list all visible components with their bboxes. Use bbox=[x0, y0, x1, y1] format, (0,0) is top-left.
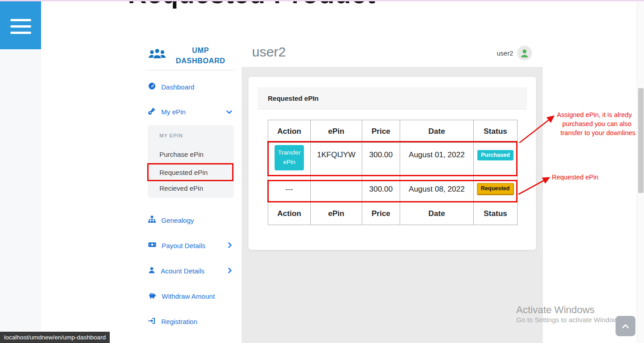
hamburger-icon bbox=[10, 25, 31, 28]
sidebar-item-label: My ePin bbox=[161, 108, 221, 116]
sidebar: UMP DASHBOARD Dashboard My ePin bbox=[147, 0, 234, 343]
money-icon bbox=[148, 241, 156, 249]
action-cell: Transfer ePin bbox=[268, 143, 311, 176]
left-rail bbox=[0, 49, 41, 343]
screen: Requested Product UMP bbox=[0, 0, 644, 343]
chevron-up-icon bbox=[622, 322, 629, 330]
sidebar-item-acount-details[interactable]: Acount Details bbox=[148, 265, 234, 277]
column-header-epin: ePin bbox=[311, 120, 362, 143]
footer-header-epin: ePin bbox=[311, 202, 362, 225]
epin-code-cell: 1KFQIJYW bbox=[311, 143, 362, 176]
activate-windows-watermark: Activate Windows bbox=[516, 304, 595, 316]
top-accent-line bbox=[0, 0, 644, 1]
gauge-icon bbox=[148, 82, 156, 91]
avatar bbox=[517, 46, 532, 61]
card-title: Requested ePIn bbox=[268, 94, 319, 102]
submenu-item-requested-epin[interactable]: Requested ePin bbox=[148, 168, 234, 178]
sidebar-logo-text: UMP DASHBOARD bbox=[171, 45, 230, 66]
sidebar-item-withdraw-amount[interactable]: Withdraw Amount bbox=[148, 290, 234, 302]
price-cell: 300.00 bbox=[362, 176, 400, 202]
sidebar-item-my-epin[interactable]: My ePin bbox=[148, 106, 234, 117]
sidebar-item-payout-details[interactable]: Payout Details bbox=[148, 240, 234, 251]
status-cell: Requested bbox=[474, 176, 518, 202]
profile-menu[interactable]: user2 bbox=[497, 46, 532, 61]
table-header-row: Action ePin Price Date Status bbox=[268, 120, 518, 143]
column-header-price: Price bbox=[362, 120, 400, 143]
price-cell: 300.00 bbox=[362, 143, 400, 176]
annotation-line: transfer to your downlines bbox=[557, 128, 635, 137]
sidebar-item-genealogy[interactable]: Genealogy bbox=[148, 214, 234, 226]
chevron-right-icon bbox=[228, 267, 232, 275]
users-group-icon bbox=[148, 47, 167, 64]
submenu-item-recieved-epin[interactable]: Recieved ePin bbox=[148, 183, 234, 193]
hamburger-icon bbox=[10, 19, 31, 21]
scroll-to-top-button[interactable] bbox=[616, 316, 635, 336]
scrollbar-thumb[interactable] bbox=[638, 88, 644, 193]
table-row: --- 300.00 August 08, 2022 Requested bbox=[268, 176, 518, 202]
submenu-heading: MY EPIN bbox=[159, 133, 183, 138]
column-header-action: Action bbox=[268, 120, 311, 143]
chevron-right-icon bbox=[228, 242, 232, 249]
table-footer-row: Action ePin Price Date Status bbox=[268, 202, 518, 225]
my-epin-submenu: MY EPIN Purchase ePin Requested ePin Rec… bbox=[148, 125, 234, 198]
profile-name: user2 bbox=[497, 50, 513, 57]
column-header-status: Status bbox=[474, 120, 518, 143]
sidebar-item-label: Withdraw Amount bbox=[162, 292, 234, 300]
sidebar-item-label: Payout Details bbox=[162, 242, 223, 249]
footer-header-status: Status bbox=[474, 202, 518, 225]
date-cell: August 01, 2022 bbox=[400, 143, 474, 176]
epin-table: Action ePin Price Date Status Transfer e… bbox=[268, 120, 518, 225]
table-row: Transfer ePin 1KFQIJYW 300.00 August 01,… bbox=[268, 143, 518, 176]
submenu-item-purchase-epin[interactable]: Purchase ePin bbox=[148, 150, 234, 160]
scrollbar-track[interactable] bbox=[637, 1, 644, 343]
sidebar-divider bbox=[147, 70, 234, 70]
sidebar-logo[interactable]: UMP DASHBOARD bbox=[148, 45, 234, 66]
key-icon bbox=[148, 107, 156, 116]
status-cell: Purchased bbox=[474, 143, 518, 176]
annotation-note-requested-epin: Requested ePin bbox=[552, 174, 598, 181]
sidebar-item-label: Genealogy bbox=[161, 216, 234, 224]
annotation-line: Assigned ePin, it is alredy bbox=[557, 110, 635, 119]
hamburger-icon bbox=[10, 32, 31, 34]
card-header: Requested ePIn bbox=[257, 87, 527, 109]
hamburger-menu-button[interactable] bbox=[0, 1, 41, 49]
footer-header-action: Action bbox=[268, 202, 311, 225]
date-cell: August 08, 2022 bbox=[400, 176, 474, 202]
footer-header-date: Date bbox=[400, 202, 474, 225]
status-badge-purchased: Purchased bbox=[477, 150, 513, 160]
sidebar-item-registration[interactable]: Registration bbox=[148, 315, 234, 327]
person-icon bbox=[148, 267, 155, 275]
piggy-bank-icon bbox=[148, 292, 156, 301]
action-cell: --- bbox=[268, 176, 311, 202]
activate-windows-subtext: Go to Settings to activate Windows. bbox=[516, 316, 623, 324]
sidebar-item-dashboard[interactable]: Dashboard bbox=[148, 81, 234, 93]
sidebar-item-label: Acount Details bbox=[161, 267, 223, 275]
chevron-down-icon bbox=[226, 108, 232, 116]
status-badge-requested: Requested bbox=[477, 183, 514, 195]
status-bar-url: localhost/umdnew/en/ump-dashboard bbox=[0, 332, 110, 343]
annotation-note-assigned-epin: Assigned ePin, it is alredy purchased yo… bbox=[557, 110, 635, 137]
sitemap-icon bbox=[148, 216, 156, 225]
column-header-date: Date bbox=[400, 120, 474, 143]
footer-header-price: Price bbox=[362, 202, 400, 225]
sidebar-item-label: Registration bbox=[161, 318, 234, 325]
sidebar-item-label: Dashboard bbox=[161, 83, 234, 91]
page-username-heading: user2 bbox=[252, 44, 286, 60]
sign-in-icon bbox=[148, 317, 156, 326]
requested-epin-card: Requested ePIn Action ePin Price Date St… bbox=[248, 77, 536, 250]
epin-code-cell bbox=[311, 176, 362, 202]
transfer-epin-button[interactable]: Transfer ePin bbox=[275, 145, 304, 170]
annotation-line: purchased you can also bbox=[557, 119, 635, 128]
